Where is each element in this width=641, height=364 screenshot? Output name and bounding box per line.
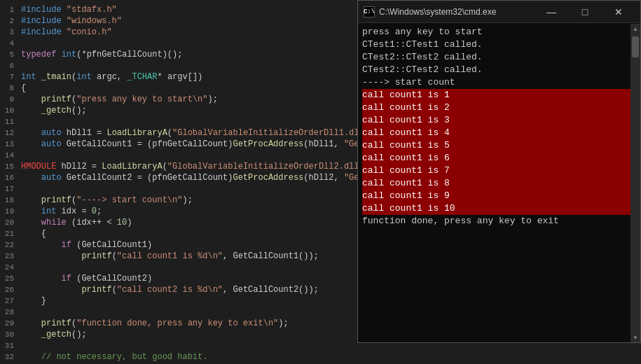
- line-content: _getch();: [21, 329, 354, 340]
- code-line: 15HMODULE hDll2 = LoadLibraryA("GlobalVa…: [0, 161, 357, 172]
- line-content: {: [21, 83, 354, 94]
- code-line: 9 printf("press any key to start\n");: [0, 94, 357, 105]
- code-line: 25 if (GetCallCount2): [0, 273, 357, 284]
- cmd-icon-label: C:\: [364, 8, 375, 15]
- cmd-output-line: CTest1::CTest1 called.: [362, 38, 636, 51]
- code-line: 5typedef int(*pfnGetCallCount)();: [0, 49, 357, 60]
- line-number: 10: [1, 105, 21, 116]
- line-number: 1: [1, 4, 21, 15]
- close-button[interactable]: ✕: [602, 1, 635, 23]
- line-content: [21, 38, 354, 49]
- line-number: 24: [1, 262, 21, 273]
- line-content: auto GetCallCount1 = (pfnGetCallCount)Ge…: [21, 139, 357, 150]
- code-line: 2#include "windows.h": [0, 15, 357, 27]
- line-number: 6: [1, 60, 21, 71]
- line-content: if (GetCallCount2): [21, 273, 354, 284]
- cmd-icon: C:\: [364, 6, 375, 18]
- line-content: [21, 262, 354, 273]
- line-content: printf("call count1 is %d\n", GetCallCou…: [21, 251, 354, 262]
- line-number: 22: [1, 239, 21, 251]
- line-number: 16: [1, 172, 21, 183]
- code-line: 28: [0, 307, 357, 318]
- code-line: 11: [0, 116, 357, 127]
- line-number: 14: [1, 150, 21, 161]
- scroll-down-arrow[interactable]: ▼: [630, 332, 640, 342]
- line-content: [21, 150, 354, 161]
- line-number: 2: [1, 15, 21, 27]
- line-number: 3: [1, 27, 21, 38]
- line-content: int _tmain(int argc, _TCHAR* argv[]): [21, 71, 354, 83]
- line-content: [21, 340, 354, 351]
- code-line: 26 printf("call count2 is %d\n", GetCall…: [0, 284, 357, 295]
- code-line: 14: [0, 150, 357, 161]
- cmd-output-line: press any key to start: [362, 26, 636, 38]
- cmd-output-line: ----> start count: [362, 76, 636, 89]
- line-content: printf("press any key to start\n");: [21, 94, 354, 105]
- line-number: 18: [1, 195, 21, 206]
- code-line: 27 }: [0, 295, 357, 307]
- code-line: 12 auto hDll1 = LoadLibraryA("GlobalVari…: [0, 127, 357, 139]
- cmd-output-line: call count1 is 4: [362, 127, 636, 139]
- code-line: 22 if (GetCallCount1): [0, 239, 357, 251]
- code-line: 4: [0, 38, 357, 49]
- code-line: 17: [0, 183, 357, 195]
- line-number: 20: [1, 217, 21, 228]
- cmd-title-text: C:\Windows\system32\cmd.exe: [379, 7, 535, 17]
- cmd-output: press any key to startCTest1::CTest1 cal…: [358, 23, 640, 342]
- scroll-up-arrow[interactable]: ▲: [630, 24, 640, 34]
- code-line: 7int _tmain(int argc, _TCHAR* argv[]): [0, 71, 357, 83]
- code-editor: 1#include "stdafx.h"2#include "windows.h…: [0, 0, 357, 364]
- code-line: 6: [0, 60, 357, 71]
- code-line: 32 // not necessary, but good habit.: [0, 351, 357, 363]
- cmd-output-line: call count1 is 10: [362, 202, 636, 215]
- code-line: 31: [0, 340, 357, 351]
- line-number: 7: [1, 71, 21, 83]
- line-content: [21, 60, 354, 71]
- line-number: 4: [1, 38, 21, 49]
- line-content: printf("call count2 is %d\n", GetCallCou…: [21, 284, 354, 295]
- code-line: 23 printf("call count1 is %d\n", GetCall…: [0, 251, 357, 262]
- line-content: _getch();: [21, 105, 354, 116]
- line-content: [21, 116, 354, 127]
- code-line: 30 _getch();: [0, 329, 357, 340]
- line-content: int idx = 0;: [21, 206, 354, 217]
- code-line: 3#include "conio.h": [0, 27, 357, 38]
- code-line: 13 auto GetCallCount1 = (pfnGetCallCount…: [0, 139, 357, 150]
- code-line: 24: [0, 262, 357, 273]
- line-number: 25: [1, 273, 21, 284]
- line-content: HMODULE hDll2 = LoadLibraryA("GlobalVari…: [21, 161, 357, 172]
- line-number: 13: [1, 139, 21, 150]
- cmd-output-line: call count1 is 2: [362, 102, 636, 114]
- minimize-button[interactable]: —: [535, 1, 567, 23]
- scroll-thumb[interactable]: [632, 36, 639, 57]
- line-content: #include "windows.h": [21, 15, 354, 27]
- code-line: 19 int idx = 0;: [0, 206, 357, 217]
- line-content: }: [21, 295, 354, 307]
- line-number: 26: [1, 284, 21, 295]
- cmd-output-line: function done, press any key to exit: [362, 215, 636, 227]
- line-content: while (idx++ < 10): [21, 217, 354, 228]
- cmd-output-line: CTest2::CTest2 called.: [362, 64, 636, 76]
- cmd-scrollbar[interactable]: ▲ ▼: [630, 24, 640, 342]
- line-number: 32: [1, 351, 21, 363]
- line-content: [21, 307, 354, 318]
- cmd-output-line: call count1 is 6: [362, 152, 636, 164]
- line-content: [21, 183, 354, 195]
- cmd-output-line: call count1 is 7: [362, 164, 636, 177]
- cmd-output-line: call count1 is 3: [362, 114, 636, 127]
- line-number: 27: [1, 295, 21, 307]
- cmd-controls: — □ ✕: [535, 1, 635, 23]
- line-content: if (GetCallCount1): [21, 239, 354, 251]
- line-number: 21: [1, 228, 21, 239]
- line-number: 15: [1, 161, 21, 172]
- cmd-output-line: call count1 is 1: [362, 89, 636, 102]
- line-content: printf("----> start count\n");: [21, 195, 354, 206]
- line-content: auto hDll1 = LoadLibraryA("GlobalVariabl…: [21, 127, 357, 139]
- line-number: 11: [1, 116, 21, 127]
- code-line: 16 auto GetCallCount2 = (pfnGetCallCount…: [0, 172, 357, 183]
- line-content: #include "stdafx.h": [21, 4, 354, 15]
- cmd-output-line: CTest2::CTest2 called.: [362, 51, 636, 64]
- maximize-button[interactable]: □: [569, 1, 601, 23]
- cmd-window: C:\ C:\Windows\system32\cmd.exe — □ ✕ pr…: [357, 0, 641, 343]
- cmd-output-line: call count1 is 5: [362, 139, 636, 152]
